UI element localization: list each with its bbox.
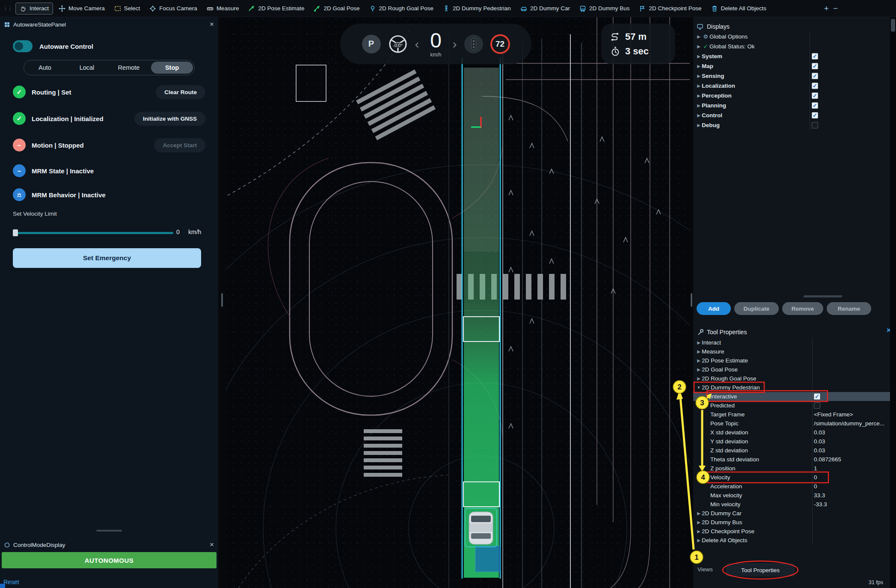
prop-value[interactable]: -33.3	[814, 501, 827, 508]
close-icon[interactable]: ×	[210, 540, 214, 549]
prop-row-x-std[interactable]: X std deviation0.03	[693, 428, 890, 437]
splitter-handle[interactable]	[691, 293, 692, 307]
enabled-checkbox[interactable]	[812, 53, 818, 59]
tool-button-delete-all-objects[interactable]: Delete All Objects	[707, 3, 771, 14]
expander-icon[interactable]: ▶	[696, 367, 702, 372]
duplicate-display-button[interactable]: Duplicate	[734, 302, 779, 315]
expander-icon[interactable]: ▶	[696, 34, 702, 39]
prop-row-z-position[interactable]: Z position1	[693, 464, 890, 473]
prop-row-acceleration[interactable]: Acceleration0	[693, 482, 890, 491]
tool-button-2d-checkpoint-pose[interactable]: 2D Checkpoint Pose	[635, 3, 705, 14]
right-splitter[interactable]	[690, 17, 693, 588]
tool-button-2d-goal-pose[interactable]: 2D Goal Pose	[310, 3, 363, 14]
autoware-control-toggle[interactable]	[13, 40, 33, 52]
interactive-checkbox[interactable]	[814, 393, 820, 400]
display-row-system[interactable]: ▶ System	[693, 51, 890, 61]
close-icon[interactable]: ×	[210, 20, 214, 29]
expander-icon[interactable]: ▶	[696, 538, 702, 543]
3d-viewport[interactable]: P -0.0° ‹ 0 km/h › 72 57 m 3 sec	[225, 17, 690, 588]
prop-value[interactable]: /simulation/dummy_perce...	[814, 420, 884, 427]
tool-button-2d-dummy-pedestrian[interactable]: 2D Dummy Pedestrian	[439, 3, 515, 14]
expander-icon[interactable]: ▶	[696, 340, 702, 345]
set-emergency-button[interactable]: Set Emergency	[13, 248, 201, 268]
prop-row-interactive[interactable]: Interactive	[693, 392, 890, 401]
mode-auto-button[interactable]: Auto	[24, 60, 66, 75]
add-display-button[interactable]: Add	[697, 302, 731, 315]
expander-icon[interactable]: ▶	[696, 54, 702, 59]
enabled-checkbox[interactable]	[812, 83, 818, 89]
expander-icon[interactable]: ▶	[696, 93, 702, 98]
display-row-perception[interactable]: ▶ Perception	[693, 91, 890, 101]
expander-icon[interactable]: ▼	[696, 385, 702, 390]
expander-icon[interactable]: ▶	[696, 64, 702, 68]
remove-display-button[interactable]: Remove	[782, 302, 823, 315]
display-row-localization[interactable]: ▶ Localization	[693, 81, 890, 91]
accept-start-button[interactable]: Accept Start	[154, 138, 205, 152]
tool-row-2d-pose-estimate[interactable]: ▶2D Pose Estimate	[693, 356, 890, 365]
display-row-sensing[interactable]: ▶ Sensing	[693, 71, 890, 81]
tool-row-2d-dummy-bus[interactable]: ▶2D Dummy Bus	[693, 518, 890, 527]
display-row-debug[interactable]: ▶ Debug	[693, 120, 890, 130]
mode-remote-button[interactable]: Remote	[108, 60, 150, 75]
splitter-handle[interactable]	[221, 293, 223, 307]
tool-row-2d-checkpoint-pose[interactable]: ▶2D Checkpoint Pose	[693, 527, 890, 536]
prop-row-velocity[interactable]: Velocity0	[693, 473, 890, 482]
panel-drag-handle[interactable]	[96, 530, 122, 532]
prop-value[interactable]: 0	[814, 474, 817, 481]
expander-icon[interactable]: ▶	[696, 74, 702, 78]
enabled-checkbox[interactable]	[812, 122, 818, 128]
tool-row-measure[interactable]: ▶Measure	[693, 347, 890, 356]
enabled-checkbox[interactable]	[812, 112, 818, 119]
prop-row-theta-std[interactable]: Theta std deviation0.0872665	[693, 455, 890, 464]
tool-row-interact[interactable]: ▶Interact	[693, 338, 890, 347]
enabled-checkbox[interactable]	[812, 92, 818, 99]
expander-icon[interactable]: ▶	[696, 358, 702, 363]
tool-button-move-camera[interactable]: Move Camera	[55, 3, 109, 14]
tab-views[interactable]: Views	[697, 566, 713, 573]
remove-tool-button[interactable]: −	[833, 4, 838, 12]
expander-icon[interactable]: ▶	[696, 113, 702, 118]
expander-icon[interactable]: ▶	[696, 349, 702, 354]
tab-tool-properties[interactable]: Tool Properties	[727, 564, 794, 576]
rename-display-button[interactable]: Rename	[827, 302, 871, 315]
expander-icon[interactable]: ▶	[696, 376, 702, 381]
tool-row-delete-all-objects[interactable]: ▶Delete All Objects	[693, 536, 890, 545]
mode-stop-button[interactable]: Stop	[151, 62, 193, 74]
expander-icon[interactable]: ▶	[696, 83, 702, 88]
tool-button-focus-camera[interactable]: Focus Camera	[145, 3, 201, 14]
tool-row-2d-dummy-pedestrian[interactable]: ▼2D Dummy Pedestrian	[693, 383, 890, 392]
prop-value[interactable]: 0.03	[814, 429, 825, 436]
slider-knob[interactable]	[13, 229, 18, 236]
enabled-checkbox[interactable]	[812, 63, 818, 69]
predicted-checkbox[interactable]	[814, 402, 820, 409]
mode-local-button[interactable]: Local	[66, 60, 108, 75]
tool-row-2d-goal-pose[interactable]: ▶2D Goal Pose	[693, 365, 890, 374]
tool-button-2d-dummy-car[interactable]: 2D Dummy Car	[516, 3, 574, 14]
enabled-checkbox[interactable]	[812, 102, 818, 109]
tool-button-2d-pose-estimate[interactable]: 2D Pose Estimate	[244, 3, 308, 14]
tool-row-2d-dummy-car[interactable]: ▶2D Dummy Car	[693, 509, 890, 518]
velocity-limit-slider[interactable]	[13, 232, 173, 234]
prop-row-predicted[interactable]: Predicted	[693, 401, 890, 410]
prop-value[interactable]: 0	[814, 483, 817, 490]
enabled-checkbox[interactable]	[812, 73, 818, 79]
expander-icon[interactable]: ▶	[696, 529, 702, 534]
tool-row-2d-rough-goal-pose[interactable]: ▶2D Rough Goal Pose	[693, 374, 890, 383]
prop-row-target-frame[interactable]: Target Frame<Fixed Frame>	[693, 410, 890, 419]
prop-row-min-velocity[interactable]: Min velocity-33.3	[693, 500, 890, 509]
prop-row-max-velocity[interactable]: Max velocity33.3	[693, 491, 890, 500]
prop-value[interactable]: 33.3	[814, 492, 825, 499]
display-row-global-status[interactable]: ▶ ✓ Global Status: Ok	[693, 42, 890, 51]
expander-icon[interactable]: ▶	[696, 511, 702, 516]
toolbar-grip-icon[interactable]: ⋮⋮	[3, 5, 12, 12]
prop-value[interactable]: <Fixed Frame>	[814, 411, 853, 418]
prop-row-pose-topic[interactable]: Pose Topic/simulation/dummy_perce...	[693, 419, 890, 428]
tool-button-select[interactable]: Select	[110, 3, 144, 14]
tool-button-measure[interactable]: Measure	[203, 3, 243, 14]
expander-icon[interactable]: ▶	[696, 520, 702, 525]
window-scrollbar[interactable]	[890, 17, 896, 588]
prop-row-z-std[interactable]: Z std deviation0.03	[693, 446, 890, 455]
clear-route-button[interactable]: Clear Route	[156, 85, 205, 99]
reset-button[interactable]: Reset	[3, 579, 19, 585]
expander-icon[interactable]: ▶	[696, 103, 702, 108]
